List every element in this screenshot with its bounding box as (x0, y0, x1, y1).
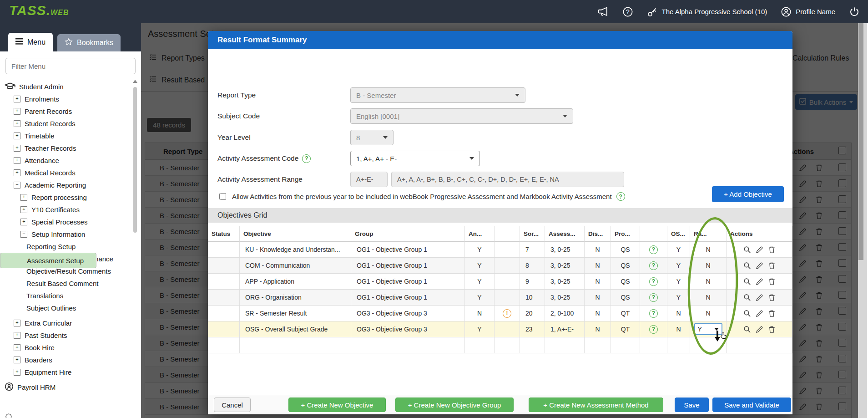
create-new-assessment-method-button[interactable]: + Create New Assessment Method (529, 398, 663, 412)
view-icon[interactable] (743, 262, 751, 270)
sidebar-item-book-hire[interactable]: +Book Hire (0, 342, 133, 354)
power-icon[interactable] (849, 6, 860, 17)
create-new-objective-button[interactable]: + Create New Objective (288, 398, 386, 412)
help-circle-icon[interactable]: ? (649, 293, 658, 302)
help-circle-icon[interactable]: ? (649, 325, 658, 334)
expand-icon[interactable]: + (14, 145, 20, 152)
page-scrollbar-thumb[interactable] (858, 23, 863, 260)
save-and-validate-button[interactable]: Save and Validate (712, 398, 791, 412)
top-bar: TASS.WEB ? The Alpha Progressive School … (0, 0, 868, 23)
expand-icon[interactable]: + (14, 320, 20, 326)
expand-icon[interactable]: + (14, 344, 20, 351)
expand-icon[interactable]: + (14, 133, 20, 139)
sidebar-item-extra-curricular[interactable]: +Extra Curricular (0, 317, 133, 329)
delete-icon[interactable] (768, 294, 776, 301)
sidebar-item-timetable[interactable]: +Timetable (0, 130, 133, 142)
help-circle-icon[interactable]: ? (649, 245, 658, 254)
edit-icon[interactable] (756, 294, 763, 301)
view-icon[interactable] (743, 278, 751, 285)
sidebar-item-teacher-records[interactable]: +Teacher Records (0, 142, 133, 154)
help-circle-icon[interactable]: ? (302, 154, 311, 163)
add-objective-button[interactable]: + Add Objective (712, 186, 784, 202)
edit-icon[interactable] (756, 310, 763, 317)
tab-bookmarks[interactable]: Bookmarks (57, 34, 121, 51)
megaphone-icon[interactable] (597, 6, 609, 17)
sidebar-item-medical-records[interactable]: +Medical Records (0, 167, 133, 179)
sidebar-item-translations[interactable]: Translations (0, 290, 133, 302)
filter-menu-input[interactable] (5, 58, 136, 74)
expand-icon[interactable]: + (14, 96, 20, 102)
view-icon[interactable] (743, 294, 751, 301)
sidebar-item-label: Special Processes (31, 218, 87, 226)
view-icon[interactable] (743, 310, 751, 317)
report-type-select[interactable]: B - Semester (350, 87, 525, 103)
sidebar-item-boarders[interactable]: +Boarders (0, 354, 133, 366)
help-circle-icon[interactable]: ? (649, 261, 658, 270)
edit-icon[interactable] (756, 278, 763, 285)
sidebar-item-y10-certificates[interactable]: +Y10 Certificates (0, 204, 133, 216)
sidebar-item-subject-outlines[interactable]: Subject Outlines (0, 302, 133, 314)
range-from-input[interactable]: A+-E- (350, 172, 388, 187)
help-circle-icon[interactable]: ? (616, 192, 625, 201)
expand-icon[interactable]: + (20, 219, 27, 225)
delete-icon[interactable] (768, 310, 776, 317)
sidebar-item-assessment-setup[interactable]: Assessment Setup (0, 253, 96, 268)
edit-icon[interactable] (756, 246, 763, 254)
expand-icon[interactable]: + (14, 157, 20, 164)
sidebar-item-attendance[interactable]: +Attendance (0, 154, 133, 167)
delete-icon[interactable] (768, 262, 776, 270)
delete-icon[interactable] (768, 326, 776, 333)
warn-cell (495, 242, 520, 257)
year-level-select[interactable]: 8 (350, 130, 394, 145)
expand-icon[interactable]: + (14, 369, 20, 376)
help-icon[interactable]: ? (622, 6, 633, 17)
sidebar-item-academic-reporting[interactable]: −Academic Reporting (0, 179, 133, 191)
activity-assessment-code-select[interactable]: 1, A+, A+ - E- (350, 151, 480, 166)
expand-icon[interactable]: + (14, 120, 20, 127)
edit-icon[interactable] (756, 326, 763, 333)
profile-menu[interactable]: Profile Name (781, 6, 835, 17)
sidebar-item-label: Teacher Records (25, 144, 76, 152)
sidebar-scrollbar[interactable] (133, 87, 137, 233)
sidebar-item-payroll-hrm[interactable]: Payroll HRM (0, 381, 133, 393)
school-selector[interactable]: The Alpha Progressive School (10) (647, 6, 767, 17)
grid-column-pro: Pro... (611, 226, 640, 242)
expand-icon[interactable]: + (14, 332, 20, 339)
view-icon[interactable] (743, 326, 751, 333)
save-button[interactable]: Save (675, 398, 709, 412)
collapse-icon[interactable]: − (20, 231, 27, 238)
subject-code-select[interactable]: English [0001] (350, 108, 573, 124)
delete-icon[interactable] (768, 278, 776, 285)
expand-icon[interactable]: + (20, 194, 27, 201)
expand-icon[interactable]: + (20, 206, 27, 213)
cancel-button[interactable]: Cancel (214, 398, 251, 412)
os-cell: Y (667, 258, 690, 273)
expand-icon[interactable]: + (14, 169, 20, 176)
expand-icon[interactable]: + (14, 108, 20, 115)
expand-icon[interactable]: + (14, 357, 20, 363)
user-circle-partial-icon (4, 413, 15, 418)
sidebar-item-enrolments[interactable]: +Enrolments (0, 93, 133, 105)
sidebar-item-special-processes[interactable]: +Special Processes (0, 216, 133, 228)
sidebar-item-past-students[interactable]: +Past Students (0, 329, 133, 342)
create-new-objective-group-button[interactable]: + Create New Objective Group (395, 398, 514, 412)
sidebar-item-student-records[interactable]: +Student Records (0, 117, 133, 130)
sidebar-item-result-based-comment[interactable]: Result Based Comment (0, 277, 133, 290)
delete-icon[interactable] (768, 246, 776, 254)
help-circle-icon[interactable]: ? (649, 309, 658, 318)
edit-icon[interactable] (756, 262, 763, 270)
sidebar-item-reporting-setup[interactable]: Reporting Setup (0, 240, 133, 253)
allow-activities-checkbox[interactable] (219, 193, 226, 200)
view-icon[interactable] (743, 246, 751, 254)
sidebar-item-equipment-hire[interactable]: +Equipment Hire (0, 366, 133, 378)
sidebar-item-report-processing[interactable]: +Report processing (0, 191, 133, 204)
range-full-input[interactable]: A+, A, A-, B+, B, B-, C+, C, C-, D+, D, … (391, 172, 624, 187)
sidebar-item-setup-information[interactable]: −Setup Information (0, 228, 133, 240)
sidebar-item-student-admin[interactable]: Student Admin (0, 81, 133, 93)
collapse-icon[interactable]: − (14, 182, 20, 189)
sidebar-item-parent-records[interactable]: +Parent Records (0, 105, 133, 117)
help-circle-icon[interactable]: ? (649, 277, 658, 286)
sidebar-scroll-up-arrow[interactable] (133, 80, 137, 83)
tab-menu[interactable]: Menu (8, 33, 53, 51)
page-scrollbar[interactable] (858, 23, 867, 418)
